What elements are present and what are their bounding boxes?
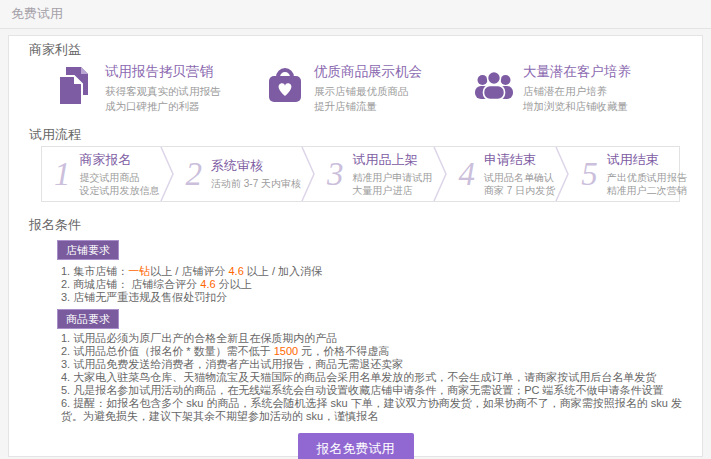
benefit-title: 大量潜在客户培养 xyxy=(523,63,631,81)
list-item: 4. 大家电入驻菜鸟仓库、天猫物流宝及天猫国际的商品会采用名单发放的形式，不会生… xyxy=(61,371,682,384)
highlight-value: 4.6 xyxy=(200,278,215,290)
highlight-value: 1500 xyxy=(274,345,298,357)
list-item: 1. 试用品必须为原厂出产的合格全新且在保质期内的产品 xyxy=(61,332,682,345)
process-step-3: 3 试用品上架 精准用户申请试用 大量用户进店 xyxy=(315,147,433,201)
step-number: 5 xyxy=(581,154,598,194)
benefit-report-marketing: 试用报告拷贝营销 获得客观真实的试用报告 成为口碑推广的利器 xyxy=(55,63,264,115)
chevron-right-icon xyxy=(555,147,569,201)
step-line: 提交试用商品 xyxy=(80,171,160,185)
list-item: 2. 商城店铺： 店铺综合评分 4.6 分以上 xyxy=(61,278,682,291)
step-line: 产出优质试用报告 xyxy=(607,171,687,185)
step-number: 4 xyxy=(459,154,476,194)
page-header: 免费试用 xyxy=(0,0,711,29)
benefit-line: 展示店铺最优质商品 xyxy=(314,84,422,99)
product-requirements-list: 1. 试用品必须为原厂出产的合格全新且在保质期内的产品 2. 试用品总价值（报名… xyxy=(61,332,682,423)
benefit-line: 店铺潜在用户培养 xyxy=(523,84,631,99)
highlight-value: 一钻 xyxy=(128,265,150,277)
conditions-section-title: 报名条件 xyxy=(29,217,682,232)
document-copy-icon xyxy=(55,65,97,107)
process-step-5: 5 试用结束 产出优质试用报告 精准用户二次营销 xyxy=(569,147,687,201)
benefit-line: 提升店铺流量 xyxy=(314,99,422,114)
users-group-icon xyxy=(473,65,515,107)
step-line: 商家 7 日内发货 xyxy=(484,184,555,198)
process-steps-band: 1 商家报名 提交试用商品 设定试用发放信息 2 系统审核 活动前 3-7 天内… xyxy=(41,146,680,202)
benefit-product-display: 优质商品展示机会 展示店铺最优质商品 提升店铺流量 xyxy=(264,63,473,115)
benefit-line: 增加浏览和店铺收藏量 xyxy=(523,99,631,114)
shop-requirements-list: 1. 集市店铺：一钻以上 / 店铺评分 4.6 以上 / 加入消保 2. 商城店… xyxy=(61,265,682,304)
chevron-right-icon xyxy=(433,147,447,201)
chevron-right-icon xyxy=(160,147,174,201)
benefits-section-title: 商家利益 xyxy=(29,42,682,57)
step-title: 商家报名 xyxy=(80,151,160,169)
step-line: 活动前 3-7 天内审核 xyxy=(211,177,301,191)
step-number: 2 xyxy=(186,154,203,194)
step-title: 试用品上架 xyxy=(353,151,433,169)
list-item: 3. 试用品免费发送给消费者，消费者产出试用报告，商品无需退还卖家 xyxy=(61,358,682,371)
benefit-potential-customers: 大量潜在客户培养 店铺潜在用户培养 增加浏览和店铺收藏量 xyxy=(473,63,682,115)
benefit-title: 试用报告拷贝营销 xyxy=(105,63,221,81)
page-title: 免费试用 xyxy=(11,5,63,23)
bag-heart-icon xyxy=(264,65,306,107)
step-title: 试用结束 xyxy=(607,151,687,169)
list-item: 3. 店铺无严重违规及售假处罚扣分 xyxy=(61,291,682,304)
list-item: 5. 凡是报名参加试用活动的商品，在无线端系统会自动设置收藏店铺申请条件，商家无… xyxy=(61,384,682,397)
step-title: 系统审核 xyxy=(211,157,301,175)
step-line: 精准用户二次营销 xyxy=(607,184,687,198)
highlight-value: 4.6 xyxy=(228,265,243,277)
process-section-title: 试用流程 xyxy=(29,127,682,142)
step-title: 申请结束 xyxy=(484,151,555,169)
process-step-4: 4 申请结束 试用品名单确认 商家 7 日内发货 xyxy=(447,147,556,201)
benefit-line: 成为口碑推广的利器 xyxy=(105,99,221,114)
process-step-1: 1 商家报名 提交试用商品 设定试用发放信息 xyxy=(42,147,160,201)
product-requirements-badge: 商品要求 xyxy=(57,309,119,329)
list-item: 1. 集市店铺：一钻以上 / 店铺评分 4.6 以上 / 加入消保 xyxy=(61,265,682,278)
shop-requirements-badge: 店铺要求 xyxy=(57,240,119,260)
step-line: 试用品名单确认 xyxy=(484,171,555,185)
cta-row: 报名免费试用 xyxy=(29,433,682,459)
step-line: 精准用户申请试用 xyxy=(353,171,433,185)
benefits-row: 试用报告拷贝营销 获得客观真实的试用报告 成为口碑推广的利器 优质商品展示机会 … xyxy=(29,63,682,115)
list-item: 2. 试用品总价值（报名价 * 数量）需不低于 1500 元，价格不得虚高 xyxy=(61,345,682,358)
chevron-right-icon xyxy=(301,147,315,201)
process-step-2: 2 系统审核 活动前 3-7 天内审核 xyxy=(174,147,302,201)
list-item: 6. 提醒：如报名包含多个 sku 的商品，系统会随机选择 sku 下单，建议双… xyxy=(61,397,682,423)
step-line: 设定试用发放信息 xyxy=(80,184,160,198)
step-number: 3 xyxy=(327,154,344,194)
benefit-title: 优质商品展示机会 xyxy=(314,63,422,81)
benefit-line: 获得客观真实的试用报告 xyxy=(105,84,221,99)
step-number: 1 xyxy=(54,154,71,194)
signup-free-trial-button[interactable]: 报名免费试用 xyxy=(298,433,414,459)
content-panel: 商家利益 试用报告拷贝营销 获得客观真实的试用报告 成为口碑推广的利器 xyxy=(8,35,703,457)
step-line: 大量用户进店 xyxy=(353,184,433,198)
